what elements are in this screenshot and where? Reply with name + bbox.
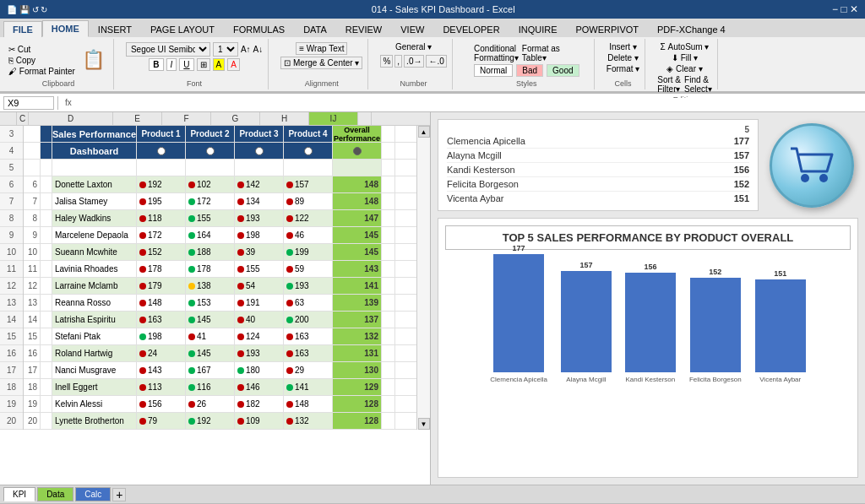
top5-name-1: Alayna Mcgill [447, 150, 502, 160]
cell-p1-10: 152 [137, 244, 186, 260]
good-style[interactable]: Good [547, 64, 579, 77]
format-as-table-button[interactable]: Format asTable▾ [522, 44, 560, 62]
cell-p4-11: 59 [284, 261, 333, 277]
cell-p2-6: 102 [186, 176, 235, 192]
format-painter-button[interactable]: 🖌 Format Painter [8, 67, 75, 76]
cell-sc-11 [382, 261, 395, 277]
format-button[interactable]: Format ▾ [607, 64, 639, 73]
name-box[interactable] [3, 96, 54, 110]
insert-button[interactable]: Insert ▾ [609, 42, 637, 51]
sheet-body: 3 4 5 6 7 8 9 10 11 12 13 14 15 16 17 18… [0, 126, 430, 430]
chart-bar-group-3: 152Felicita Borgeson [689, 278, 742, 383]
scroll-up-button[interactable]: ▲ [418, 126, 430, 138]
autosum-button[interactable]: Σ AutoSum ▾ [661, 42, 710, 51]
tab-home[interactable]: HOME [42, 20, 89, 37]
rownum-5: 5 [0, 160, 23, 176]
bar-value-label-1: 157 [579, 261, 592, 269]
percent-button[interactable]: % [380, 55, 393, 68]
normal-style[interactable]: Normal [474, 64, 513, 77]
number-controls: General ▾ % , .0→ ←.0 [380, 41, 446, 79]
tab-powerpivot[interactable]: POWERPIVOT [566, 21, 648, 37]
italic-button[interactable]: I [166, 58, 177, 71]
comma-button[interactable]: , [394, 55, 402, 68]
cell-p2-13: 153 [186, 295, 235, 311]
cell-ov-12: 141 [333, 278, 382, 294]
top5-item-0: Clemencia Apicella177 [447, 134, 749, 149]
sheet-tabs: KPI Data Calc + [0, 485, 865, 503]
row-18: 18 Inell Eggert 113 116 146 141 129 [24, 379, 416, 396]
font-color-button[interactable]: A [227, 58, 240, 71]
cell-name-14: Latrisha Espiritu [52, 312, 137, 328]
cell-p1-11: 178 [137, 261, 186, 277]
tab-page-layout[interactable]: PAGE LAYOUT [141, 21, 224, 37]
rownum-7: 7 [0, 193, 23, 210]
fill-button[interactable]: ⬇ Fill ▾ [672, 53, 698, 62]
cell-ov-11: 143 [333, 261, 382, 277]
tab-data[interactable]: DATA [294, 21, 336, 37]
styles-group: ConditionalFormatting▾ Format asTable▾ N… [460, 39, 595, 89]
tab-insert[interactable]: INSERT [89, 21, 141, 37]
border-button[interactable]: ⊞ [197, 58, 210, 71]
rownum-19: 19 [0, 396, 23, 413]
col-g-header: G [211, 112, 260, 125]
chart-title: TOP 5 SALES PERFORMANCE BY PRODUCT OVERA… [445, 225, 851, 250]
bar-value-label-3: 152 [709, 268, 721, 276]
font-size-select[interactable]: 10 [213, 42, 238, 57]
clipboard-label: Clipboard [42, 79, 75, 88]
cell-p2-16: 145 [186, 345, 235, 361]
decrease-font-button[interactable]: A↓ [253, 45, 264, 54]
cells-label: Cells [615, 79, 632, 88]
sort-filter-button[interactable]: Sort &Filter▾ [657, 75, 681, 94]
add-sheet-button[interactable]: + [112, 488, 126, 501]
font-family-select[interactable]: Segoe UI Semibold [126, 42, 210, 57]
cell-ab4 [24, 143, 41, 159]
decrease-decimal-button[interactable]: ←.0 [426, 55, 446, 68]
tab-inquire[interactable]: INQUIRE [509, 21, 567, 37]
tab-developer[interactable]: DEVELOPER [433, 21, 509, 37]
paste-button[interactable]: 📋 [79, 46, 108, 74]
chart-bar-4 [755, 279, 806, 372]
increase-decimal-button[interactable]: .0→ [404, 55, 424, 68]
conditional-formatting-button[interactable]: ConditionalFormatting▾ [474, 44, 519, 62]
styles-controls: ConditionalFormatting▾ Format asTable▾ N… [474, 41, 579, 79]
cell-p4-9: 46 [284, 227, 333, 243]
cell-e3: Product 1 [137, 126, 186, 142]
rownum-15: 15 [0, 328, 23, 345]
chart-bar-2 [625, 273, 676, 372]
cell-ov-10: 145 [333, 244, 382, 260]
cell-c-8 [41, 210, 52, 226]
copy-button[interactable]: ⎘ Copy [8, 56, 35, 65]
chart-bar-1 [561, 271, 612, 372]
tab-file[interactable]: FILE [3, 21, 42, 37]
cell-c-19 [41, 396, 52, 412]
increase-font-button[interactable]: A↑ [241, 45, 251, 54]
merge-center-button[interactable]: ⊡ Merge & Center ▾ [280, 57, 362, 69]
alignment-controls: ≡ Wrap Text ⊡ Merge & Center ▾ [280, 41, 362, 79]
scroll-down-button[interactable]: ▼ [418, 418, 430, 430]
sheet-tab-data[interactable]: Data [37, 487, 73, 501]
tab-formulas[interactable]: FORMULAS [224, 21, 294, 37]
clear-button[interactable]: ◈ Clear ▾ [666, 64, 702, 73]
cell-name-17: Nanci Musgrave [52, 362, 137, 378]
rownum-4: 4 [0, 143, 23, 160]
cell-d5 [52, 160, 137, 176]
cell-p3-11: 155 [235, 261, 284, 277]
tab-view[interactable]: VIEW [391, 21, 433, 37]
sheet-tab-calc[interactable]: Calc [75, 487, 111, 501]
cell-p4-8: 122 [284, 210, 333, 226]
formula-input[interactable] [79, 98, 862, 108]
formula-divider [57, 96, 58, 110]
bold-button[interactable]: B [149, 58, 163, 71]
wrap-text-button[interactable]: ≡ Wrap Text [296, 42, 347, 55]
sheet-tab-kpi[interactable]: KPI [3, 487, 35, 501]
underline-button[interactable]: U [179, 58, 193, 71]
delete-button[interactable]: Delete ▾ [607, 53, 639, 62]
find-select-button[interactable]: Find &Select▾ [684, 75, 712, 94]
fill-color-button[interactable]: A [213, 58, 226, 71]
cut-button[interactable]: ✂ Cut [8, 45, 30, 54]
cell-d4: Dashboard [52, 143, 137, 159]
tab-review[interactable]: REVIEW [336, 21, 391, 37]
cell-name-15: Stefani Ptak [52, 328, 137, 344]
bad-style[interactable]: Bad [516, 64, 543, 77]
tab-pdf[interactable]: PDF-XChange 4 [648, 21, 735, 37]
